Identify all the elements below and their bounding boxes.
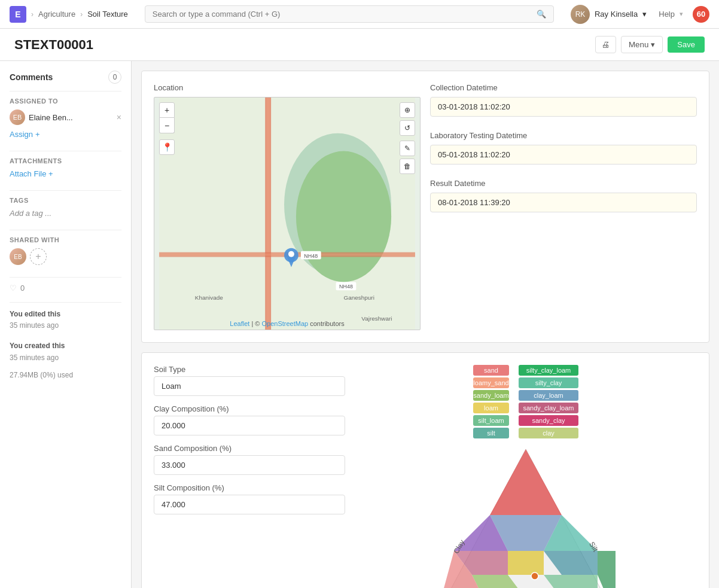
map-locate-icon-button[interactable]: ⊕ xyxy=(400,102,415,118)
svg-marker-18 xyxy=(490,449,562,515)
soil-type-group: Soil Type xyxy=(154,365,345,396)
legend-color-box: loamy_sand xyxy=(473,377,509,388)
soil-type-label: Soil Type xyxy=(154,365,345,374)
result-label: Result Datetime xyxy=(430,179,697,188)
legend-color-box: silty_clay xyxy=(519,377,578,388)
shared-with-section: SHARED WITH EB + xyxy=(10,236,121,265)
legend-color-box: silt xyxy=(473,428,509,438)
soil-inputs: Soil Type Clay Composition (%) Sand Comp… xyxy=(154,365,345,523)
map-container: NH48 NH48 Khanivade Ganeshpuri Vajreshwa… xyxy=(154,97,421,330)
search-bar[interactable]: 🔍 xyxy=(145,5,554,23)
menu-chevron-icon: ▾ xyxy=(651,40,655,49)
map-right-controls: ⊕ ↺ ✎ 🗑 xyxy=(400,102,415,174)
print-button[interactable]: 🖨 xyxy=(595,36,616,53)
dates-section: Collection Datetime Laboratory Testing D… xyxy=(430,83,697,330)
map-delete-button[interactable]: 🗑 xyxy=(400,159,415,174)
locate-button[interactable]: 📍 xyxy=(159,139,175,155)
attachments-label: ATTACHMENTS xyxy=(10,157,121,164)
attachments-section: ATTACHMENTS Attach File + xyxy=(10,157,121,178)
main-layout: Comments 0 ASSIGNED TO EB Elaine Ben... … xyxy=(0,61,719,588)
legend-item: sandy_clay xyxy=(519,415,578,426)
zoom-out-button[interactable]: − xyxy=(159,118,175,133)
attach-label: Attach File xyxy=(10,169,46,178)
likes-section: ♡ 0 xyxy=(10,284,121,293)
legend-item: silty_clay xyxy=(519,377,578,388)
legend-item: silty_clay_loam xyxy=(519,365,578,376)
avatar-image: RK xyxy=(571,5,590,24)
content-area: Location xyxy=(132,61,719,588)
legend-item: sand xyxy=(473,365,509,376)
tags-section: TAGS Add a tag ... xyxy=(10,197,121,218)
tags-label: TAGS xyxy=(10,197,121,204)
silt-composition-group: Silt Composition (%) xyxy=(154,483,345,514)
legend-color-box: clay_loam xyxy=(519,390,578,401)
remove-assignee-button[interactable]: × xyxy=(117,112,121,122)
breadcrumb-agriculture[interactable]: Agriculture xyxy=(38,10,75,19)
menu-label: Menu xyxy=(629,40,648,49)
sand-composition-input[interactable] xyxy=(154,455,345,475)
top-nav: E › Agriculture › Soil Texture 🔍 RK Ray … xyxy=(0,0,719,29)
username-label[interactable]: Ray Kinsella xyxy=(595,10,638,19)
map-refresh-button[interactable]: ↺ xyxy=(400,120,415,136)
header-actions: 🖨 Menu ▾ Save xyxy=(595,36,705,53)
assigned-user-row: EB Elaine Ben... × xyxy=(10,109,121,125)
search-input[interactable] xyxy=(153,10,532,19)
sand-composition-label: Sand Composition (%) xyxy=(154,444,345,453)
page-title: STEXT00001 xyxy=(14,37,93,53)
zoom-in-button[interactable]: + xyxy=(159,102,175,118)
lab-datetime-input[interactable] xyxy=(430,145,697,164)
notification-badge[interactable]: 60 xyxy=(693,6,709,23)
add-tag-input[interactable]: Add a tag ... xyxy=(10,209,51,218)
assigned-to-label: ASSIGNED TO xyxy=(10,98,121,105)
soil-type-card: Soil Type Clay Composition (%) Sand Comp… xyxy=(141,352,709,588)
soil-type-input[interactable] xyxy=(154,376,345,396)
svg-rect-2 xyxy=(266,98,270,330)
assign-link[interactable]: Assign + xyxy=(10,130,121,139)
assigned-to-section: ASSIGNED TO EB Elaine Ben... × Assign + xyxy=(10,98,121,139)
app-logo: E xyxy=(10,6,26,23)
svg-text:NH48: NH48 xyxy=(339,284,353,290)
legend-color-box: sandy_clay_loam xyxy=(519,403,578,413)
location-dates-row: Location xyxy=(154,83,697,330)
assign-label: Assign xyxy=(10,130,33,139)
shared-user-avatar: EB xyxy=(10,248,26,265)
legend-color-box: loam xyxy=(473,403,509,413)
clay-composition-input[interactable] xyxy=(154,416,345,435)
created-text: You created this xyxy=(10,342,65,350)
svg-point-31 xyxy=(531,572,538,580)
sand-composition-group: Sand Composition (%) xyxy=(154,444,345,475)
result-datetime-input[interactable] xyxy=(430,193,697,212)
legend-color-box: silty_clay_loam xyxy=(519,365,578,376)
map-zoom-controls: + − 📍 xyxy=(159,102,175,155)
soil-chart-row: Soil Type Clay Composition (%) Sand Comp… xyxy=(154,365,697,588)
map-edit-button[interactable]: ✎ xyxy=(400,141,415,156)
soil-triangle-chart: Clay Silt Sand xyxy=(424,443,627,588)
comments-section: Comments 0 xyxy=(10,71,121,84)
save-button[interactable]: Save xyxy=(668,36,705,53)
comments-count-badge: 0 xyxy=(108,71,121,84)
collection-label: Collection Datetime xyxy=(430,83,697,92)
silt-composition-input[interactable] xyxy=(154,495,345,514)
legend-item: sandy_loam xyxy=(473,390,509,401)
edited-activity: You edited this 35 minutes ago xyxy=(10,309,121,331)
menu-button[interactable]: Menu ▾ xyxy=(621,36,663,53)
heart-icon[interactable]: ♡ xyxy=(10,284,17,293)
created-activity: You created this 35 minutes ago xyxy=(10,340,121,363)
breadcrumb-soil-texture: Soil Texture xyxy=(87,10,128,19)
assigned-user-name: Elaine Ben... xyxy=(29,113,113,122)
legend-item: sandy_clay_loam xyxy=(519,403,578,413)
shared-with-label: SHARED WITH xyxy=(10,236,121,243)
help-link[interactable]: Help xyxy=(659,10,675,19)
legend-color-box: sandy_loam xyxy=(473,390,509,401)
svg-text:Ganeshpuri: Ganeshpuri xyxy=(344,294,374,301)
lab-testing-label: Laboratory Testing Datetime xyxy=(430,131,697,140)
attach-file-link[interactable]: Attach File + xyxy=(10,169,53,178)
add-shared-user-button[interactable]: + xyxy=(30,248,47,265)
osm-link: OpenStreetMap xyxy=(261,320,308,327)
user-menu[interactable]: RK Ray Kinsella ▾ xyxy=(571,5,647,24)
legend-right-col: silty_clay_loamsilty_clayclay_loamsandy_… xyxy=(519,365,578,438)
collection-datetime-input[interactable] xyxy=(430,97,697,117)
legend-item: loamy_sand xyxy=(473,377,509,388)
comments-title: Comments xyxy=(10,72,53,82)
legend-color-box: sandy_clay xyxy=(519,415,578,426)
